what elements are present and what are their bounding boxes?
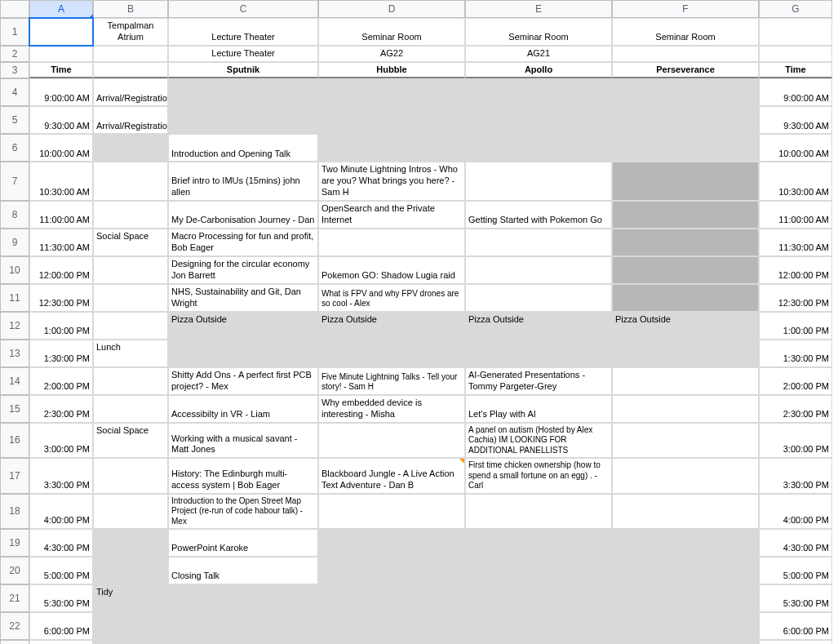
row-header-7[interactable]: 7 [0, 162, 29, 200]
col-header-d[interactable]: D [318, 0, 465, 18]
cell-D14[interactable]: Five Minute Lightning Talks - Tell your … [318, 367, 465, 395]
cell-B9[interactable]: Social Space [93, 229, 168, 256]
row-header-22[interactable]: 22 [0, 612, 29, 640]
cell-F20[interactable] [612, 557, 759, 584]
cell-F14[interactable] [612, 367, 759, 395]
cell-G2[interactable] [759, 46, 832, 62]
cell-G21[interactable]: 5:30:00 PM [759, 584, 832, 612]
cell-C18[interactable]: Introduction to the Open Street Map Proj… [168, 494, 318, 530]
cell-G4[interactable]: 9:00:00 AM [759, 78, 832, 106]
cell-E13[interactable] [465, 340, 612, 367]
cell-E9[interactable] [465, 229, 612, 256]
row-header-18[interactable]: 18 [0, 494, 29, 530]
col-header-c[interactable]: C [168, 0, 318, 18]
row-header-9[interactable]: 9 [0, 229, 29, 256]
cell-C15[interactable]: Accessibilty in VR - Liam [168, 395, 318, 423]
cell-E14[interactable]: AI-Generated Presentations - Tommy Parge… [465, 367, 612, 395]
cell-G1[interactable] [759, 18, 832, 46]
cell-A8[interactable]: 11:00:00 AM [29, 201, 93, 229]
social-block[interactable]: "K Bar + Red Room" Socialhttps://www.ken… [93, 612, 759, 644]
cell-C5[interactable] [168, 106, 318, 134]
cell-E11[interactable] [465, 284, 612, 312]
cell-F6[interactable] [612, 134, 759, 162]
cell-E17[interactable]: First time chicken ownership (how to spe… [465, 458, 612, 494]
row-header-23[interactable]: 23 [0, 640, 29, 644]
cell-G17[interactable]: 3:30:00 PM [759, 458, 832, 494]
cell-G9[interactable]: 11:30:00 AM [759, 229, 832, 256]
cell-G3[interactable]: Time [759, 62, 832, 79]
col-header-e[interactable]: E [465, 0, 612, 18]
row-header-8[interactable]: 8 [0, 201, 29, 229]
cell-A16[interactable]: 3:00:00 PM [29, 423, 93, 459]
cell-E2[interactable]: AG21 [465, 46, 612, 62]
cell-F2[interactable] [612, 46, 759, 62]
cell-C7[interactable]: Brief intro to IMUs (15mins) john allen [168, 162, 318, 200]
cell-E6[interactable] [465, 134, 612, 162]
cell-C17[interactable]: History: The Edinburgh multi-access syst… [168, 458, 318, 494]
cell-D8[interactable]: OpenSearch and the Private Internet [318, 201, 465, 229]
cell-E1[interactable]: Seminar Room [465, 18, 612, 46]
col-header-a[interactable]: A [29, 0, 93, 18]
cell-E18[interactable] [465, 494, 612, 530]
cell-A15[interactable]: 2:30:00 PM [29, 395, 93, 423]
cell-A2[interactable] [29, 46, 93, 62]
cell-B6[interactable] [93, 134, 168, 162]
cell-A12[interactable]: 1:00:00 PM [29, 312, 93, 340]
cell-G5[interactable]: 9:30:00 AM [759, 106, 832, 134]
cell-A3[interactable]: Time [29, 62, 93, 79]
cell-D13[interactable] [318, 340, 465, 367]
col-header-f[interactable]: F [612, 0, 759, 18]
cell-D1[interactable]: Seminar Room [318, 18, 465, 46]
cell-A17[interactable]: 3:30:00 PM [29, 458, 93, 494]
cell-B13[interactable]: Lunch [93, 340, 168, 367]
row-header-14[interactable]: 14 [0, 367, 29, 395]
row-header-5[interactable]: 5 [0, 106, 29, 134]
cell-B12[interactable] [93, 312, 168, 340]
cell-D11[interactable]: What is FPV and why FPV drones are so co… [318, 284, 465, 312]
cell-A23[interactable]: 6:30:00 PM [29, 640, 93, 644]
cell-A19[interactable]: 4:30:00 PM [29, 529, 93, 557]
cell-E8[interactable]: Getting Started with Pokemon Go [465, 201, 612, 229]
cell-B18[interactable] [93, 494, 168, 530]
cell-E19[interactable] [465, 529, 612, 557]
cell-A9[interactable]: 11:30:00 AM [29, 229, 93, 256]
cell-A14[interactable]: 2:00:00 PM [29, 367, 93, 395]
cell-D3[interactable]: Hubble [318, 62, 465, 79]
cell-E16[interactable]: A panel on autism (Hosted by Alex Cachia… [465, 423, 612, 459]
cell-G15[interactable]: 2:30:00 PM [759, 395, 832, 423]
row-header-6[interactable]: 6 [0, 134, 29, 162]
cell-F15[interactable] [612, 395, 759, 423]
cell-D7[interactable]: Two Minute Lightning Intros - Who are yo… [318, 162, 465, 200]
cell-B11[interactable] [93, 284, 168, 312]
cell-D9[interactable] [318, 229, 465, 256]
cell-A21[interactable]: 5:30:00 PM [29, 584, 93, 612]
row-header-12[interactable]: 12 [0, 312, 29, 340]
row-header-11[interactable]: 11 [0, 284, 29, 312]
cell-F21[interactable] [612, 584, 759, 612]
cell-D19[interactable] [318, 529, 465, 557]
cell-E20[interactable] [465, 557, 612, 584]
cell-C19[interactable]: PowerPoint Karoke [168, 529, 318, 557]
cell-D18[interactable] [318, 494, 465, 530]
cell-G8[interactable]: 11:00:00 AM [759, 201, 832, 229]
cell-G14[interactable]: 2:00:00 PM [759, 367, 832, 395]
cell-C6[interactable]: Introduction and Opening Talk [168, 134, 318, 162]
cell-B17[interactable] [93, 458, 168, 494]
cell-D4[interactable] [318, 78, 465, 106]
cell-C14[interactable]: Shitty Add Ons - A perfect first PCB pro… [168, 367, 318, 395]
cell-B8[interactable] [93, 201, 168, 229]
cell-B21[interactable]: Tidy [93, 584, 168, 612]
spreadsheet-grid[interactable]: ABCDEFG1Tempalman AtriumLecture TheaterS… [0, 0, 838, 644]
cell-B20[interactable] [93, 557, 168, 584]
cell-A18[interactable]: 4:00:00 PM [29, 494, 93, 530]
cell-B19[interactable] [93, 529, 168, 557]
cell-A6[interactable]: 10:00:00 AM [29, 134, 93, 162]
cell-F13[interactable] [612, 340, 759, 367]
cell-C3[interactable]: Sputnik [168, 62, 318, 79]
cell-D2[interactable]: AG22 [318, 46, 465, 62]
cell-C9[interactable]: Macro Processing for fun and profit, Bob… [168, 229, 318, 256]
cell-A22[interactable]: 6:00:00 PM [29, 612, 93, 640]
cell-G7[interactable]: 10:30:00 AM [759, 162, 832, 200]
cell-A5[interactable]: 9:30:00 AM [29, 106, 93, 134]
cell-C20[interactable]: Closing Talk [168, 557, 318, 584]
